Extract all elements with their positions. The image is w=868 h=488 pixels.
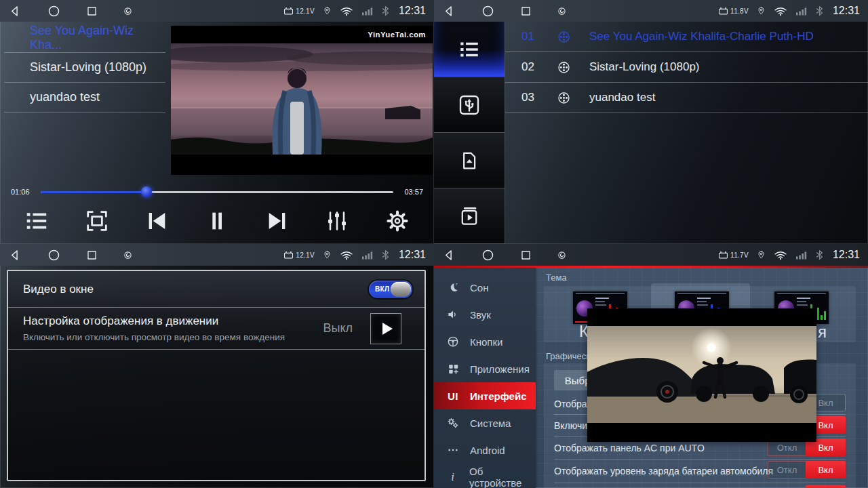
recents-icon[interactable] [519, 5, 532, 18]
row-divider [554, 483, 846, 483]
video-window[interactable]: YinYueTai.com [171, 26, 433, 175]
swirl-icon[interactable] [557, 6, 567, 16]
four-screen-collage: 12.1V 12:31 See You Again-Wiz Kha... Sis… [0, 0, 868, 488]
video-frame-sunset [171, 43, 433, 155]
file-title: Sistar-Loving (1080p) [589, 60, 700, 74]
playlist-item[interactable]: yuandao test [4, 83, 165, 113]
wifi-icon [774, 6, 787, 16]
recents-icon[interactable] [519, 249, 532, 262]
motion-display-row[interactable]: Настройка отображения в движении Включит… [8, 308, 425, 350]
video-in-window-row[interactable]: Видео в окне ВКЛ [8, 271, 425, 308]
elapsed-time: 01:06 [11, 188, 34, 196]
back-icon[interactable] [8, 4, 22, 18]
next-button[interactable] [257, 207, 298, 235]
file-row[interactable]: 02 Sistar-Loving (1080p) [505, 52, 868, 83]
nav-buttons [442, 4, 567, 18]
status-icons: 12.1V 12:31 [283, 249, 426, 261]
car-battery-indicator: 12.1V [283, 250, 315, 260]
partial-row-button[interactable] [806, 485, 846, 488]
status-bar: 12.1V 12:31 [0, 0, 434, 22]
playlist: See You Again-Wiz Kha... Sistar-Loving (… [0, 23, 170, 113]
playlist-item[interactable]: See You Again-Wiz Kha... [4, 23, 165, 53]
swirl-icon[interactable] [557, 250, 567, 260]
status-bar: 11.8V 12:31 [434, 0, 868, 22]
steering-wheel-icon [446, 335, 460, 348]
pause-button[interactable] [197, 207, 237, 235]
menu-item-system[interactable]: Система [434, 409, 536, 436]
clock: 12:31 [399, 5, 426, 17]
menu-item-sound[interactable]: Звук [434, 301, 536, 328]
playlist-button[interactable] [16, 208, 57, 234]
playlist-icon [458, 38, 481, 61]
file-row[interactable]: 03 yuandao test [505, 83, 868, 113]
playlist-item[interactable]: Sistar-Loving (1080p) [4, 53, 165, 83]
fullscreen-button[interactable] [77, 207, 117, 235]
menu-item-sleep[interactable]: z Сон [434, 274, 536, 301]
row-number: 03 [521, 91, 557, 104]
svg-text:z: z [456, 282, 458, 286]
menu-item-buttons[interactable]: Кнопки [434, 328, 536, 355]
progress-thumb[interactable] [141, 186, 152, 197]
car-battery-indicator: 11.8V [717, 6, 749, 16]
menu-label: Приложения [470, 363, 530, 375]
equalizer-button[interactable] [317, 207, 357, 235]
sidebar-item-usb[interactable] [434, 77, 505, 133]
status-icons: 11.8V 12:31 [717, 5, 860, 17]
ui-icon: UI [448, 390, 458, 402]
back-icon[interactable] [8, 248, 22, 262]
gears-icon [446, 416, 460, 430]
menu-label: Интерфейс [470, 390, 527, 402]
recents-icon[interactable] [85, 5, 98, 18]
signal-icon [795, 6, 808, 16]
floating-video-window[interactable] [587, 308, 816, 442]
progress-track[interactable] [41, 191, 393, 193]
swirl-icon[interactable] [123, 6, 133, 16]
menu-item-interface[interactable]: UI Интерфейс [434, 382, 536, 409]
previous-button[interactable] [136, 207, 177, 235]
back-icon[interactable] [442, 4, 456, 18]
menu-item-about[interactable]: i Об устройстве [434, 464, 536, 488]
nav-buttons [8, 4, 133, 18]
motion-play-button[interactable] [370, 313, 401, 344]
recents-icon[interactable] [85, 249, 98, 262]
menu-item-apps[interactable]: Приложения [434, 355, 536, 382]
overlay-letterbox-bottom [587, 423, 816, 442]
video-in-window-toggle[interactable]: ВКЛ [369, 281, 412, 298]
file-row[interactable]: 01 See You Again-Wiz Khalifa-Charlie Put… [505, 22, 868, 52]
sidebar-item-sd-card[interactable] [434, 133, 505, 188]
home-icon[interactable] [481, 248, 495, 262]
home-icon[interactable] [47, 4, 61, 18]
setting-row-label: Включит [554, 420, 592, 431]
row-divider [554, 459, 846, 460]
sd-card-icon [457, 148, 481, 173]
video-settings-screen: 12.1V 12:31 Видео в окне ВКЛ Настройка о… [0, 244, 434, 488]
off-button[interactable]: Откл [768, 461, 806, 479]
play-icon [382, 323, 393, 335]
film-reel-icon [557, 30, 571, 44]
progress-row: 01:06 03:57 [0, 184, 434, 199]
player-screen: 12.1V 12:31 See You Again-Wiz Kha... Sis… [0, 0, 434, 244]
swirl-icon[interactable] [123, 250, 133, 260]
signal-icon [795, 250, 808, 260]
on-button[interactable]: Вкл [806, 461, 846, 479]
sidebar-item-playlist[interactable] [434, 22, 505, 77]
setting-row-label: Отображать уровень заряда батареи автомо… [554, 466, 773, 476]
equalizer-icon [323, 207, 351, 235]
toggle-knob[interactable] [391, 282, 411, 297]
menu-item-android[interactable]: Android [434, 436, 536, 464]
gps-pin-icon [757, 5, 766, 16]
settings-button[interactable] [377, 208, 418, 234]
back-icon[interactable] [442, 248, 456, 262]
video-library-icon [457, 204, 481, 228]
menu-label: Система [470, 418, 511, 429]
playlist-icon [24, 208, 50, 234]
signal-icon [361, 250, 374, 260]
speaker-icon [446, 308, 460, 321]
gps-pin-icon [757, 249, 766, 260]
home-icon[interactable] [47, 248, 61, 262]
home-icon[interactable] [481, 4, 495, 18]
file-title: See You Again-Wiz Khalifa-Charlie Puth-H… [589, 30, 814, 43]
nav-buttons [442, 248, 567, 262]
setting-row-label: Отображать панель AC при AUTO [554, 443, 705, 453]
sidebar-item-video-library[interactable] [434, 188, 505, 244]
